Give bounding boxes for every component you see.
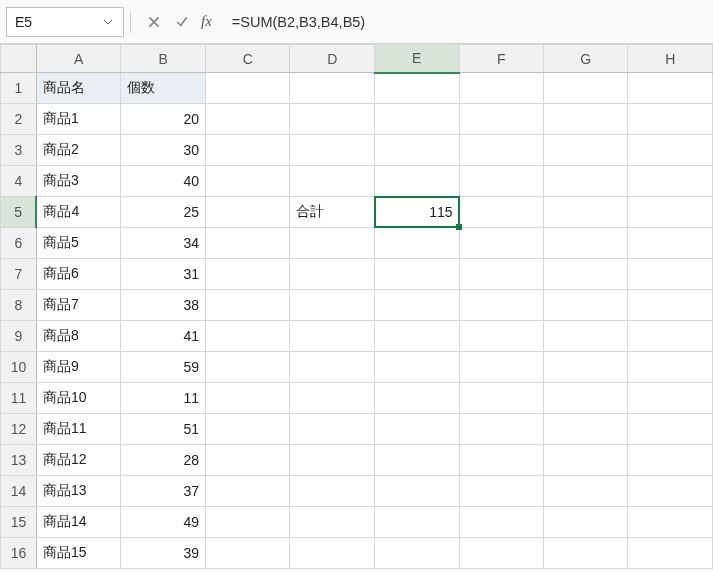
cell-H16[interactable] [628,538,713,569]
cell-E13[interactable] [374,445,459,476]
cell-F2[interactable] [459,104,543,135]
cell-A12[interactable]: 商品11 [36,414,121,445]
cell-D14[interactable] [290,476,375,507]
cell-G10[interactable] [543,352,627,383]
cell-C1[interactable] [205,73,289,104]
cell-D16[interactable] [290,538,375,569]
cell-B14[interactable]: 37 [121,476,206,507]
cell-C12[interactable] [205,414,289,445]
cancel-icon[interactable] [145,13,163,31]
cell-F11[interactable] [459,383,543,414]
cell-G7[interactable] [543,259,627,290]
cell-G1[interactable] [543,73,627,104]
cell-H8[interactable] [628,290,713,321]
cell-F4[interactable] [459,166,543,197]
cell-F12[interactable] [459,414,543,445]
cell-C16[interactable] [205,538,289,569]
cell-G4[interactable] [543,166,627,197]
cell-B6[interactable]: 34 [121,228,206,259]
cell-F13[interactable] [459,445,543,476]
cell-H10[interactable] [628,352,713,383]
cell-A15[interactable]: 商品14 [36,507,121,538]
cell-E1[interactable] [374,73,459,104]
cell-G3[interactable] [543,135,627,166]
cell-B12[interactable]: 51 [121,414,206,445]
cell-D1[interactable] [290,73,375,104]
cell-E7[interactable] [374,259,459,290]
cell-A5[interactable]: 商品4 [36,197,121,228]
cell-F9[interactable] [459,321,543,352]
row-header-2[interactable]: 2 [1,104,37,135]
cell-F14[interactable] [459,476,543,507]
cell-H5[interactable] [628,197,713,228]
column-header-E[interactable]: E [374,45,459,73]
cell-A3[interactable]: 商品2 [36,135,121,166]
cell-F7[interactable] [459,259,543,290]
cell-G2[interactable] [543,104,627,135]
row-header-7[interactable]: 7 [1,259,37,290]
cell-H13[interactable] [628,445,713,476]
cell-C3[interactable] [205,135,289,166]
cell-C11[interactable] [205,383,289,414]
cell-E10[interactable] [374,352,459,383]
row-header-11[interactable]: 11 [1,383,37,414]
cell-H11[interactable] [628,383,713,414]
column-header-B[interactable]: B [121,45,206,73]
cell-B9[interactable]: 41 [121,321,206,352]
select-all-corner[interactable] [1,45,37,73]
cell-H3[interactable] [628,135,713,166]
cell-F3[interactable] [459,135,543,166]
cell-E5[interactable]: 115 [374,197,459,228]
cell-B7[interactable]: 31 [121,259,206,290]
cell-D10[interactable] [290,352,375,383]
cell-E12[interactable] [374,414,459,445]
cell-B11[interactable]: 11 [121,383,206,414]
cell-H4[interactable] [628,166,713,197]
row-header-1[interactable]: 1 [1,73,37,104]
cell-G5[interactable] [543,197,627,228]
cell-C9[interactable] [205,321,289,352]
cell-D5[interactable]: 合計 [290,197,375,228]
column-header-C[interactable]: C [205,45,289,73]
cell-H14[interactable] [628,476,713,507]
row-header-5[interactable]: 5 [1,197,37,228]
cell-H12[interactable] [628,414,713,445]
cell-G12[interactable] [543,414,627,445]
cell-B8[interactable]: 38 [121,290,206,321]
cell-H15[interactable] [628,507,713,538]
cell-F10[interactable] [459,352,543,383]
cell-G16[interactable] [543,538,627,569]
spreadsheet-grid[interactable]: ABCDEFGH1商品名個数2商品1203商品2304商品3405商品425合計… [0,44,713,569]
cell-H9[interactable] [628,321,713,352]
row-header-9[interactable]: 9 [1,321,37,352]
cell-A7[interactable]: 商品6 [36,259,121,290]
cell-B5[interactable]: 25 [121,197,206,228]
cell-B10[interactable]: 59 [121,352,206,383]
column-header-D[interactable]: D [290,45,375,73]
row-header-14[interactable]: 14 [1,476,37,507]
enter-icon[interactable] [173,13,191,31]
cell-D15[interactable] [290,507,375,538]
cell-F16[interactable] [459,538,543,569]
cell-B2[interactable]: 20 [121,104,206,135]
row-header-10[interactable]: 10 [1,352,37,383]
cell-C10[interactable] [205,352,289,383]
cell-D12[interactable] [290,414,375,445]
cell-C7[interactable] [205,259,289,290]
cell-D11[interactable] [290,383,375,414]
cell-D9[interactable] [290,321,375,352]
cell-E3[interactable] [374,135,459,166]
row-header-13[interactable]: 13 [1,445,37,476]
cell-H6[interactable] [628,228,713,259]
cell-A14[interactable]: 商品13 [36,476,121,507]
cell-B1[interactable]: 個数 [121,73,206,104]
row-header-16[interactable]: 16 [1,538,37,569]
cell-G6[interactable] [543,228,627,259]
cell-D7[interactable] [290,259,375,290]
cell-C15[interactable] [205,507,289,538]
row-header-4[interactable]: 4 [1,166,37,197]
row-header-3[interactable]: 3 [1,135,37,166]
cell-C13[interactable] [205,445,289,476]
cell-D6[interactable] [290,228,375,259]
cell-C5[interactable] [205,197,289,228]
